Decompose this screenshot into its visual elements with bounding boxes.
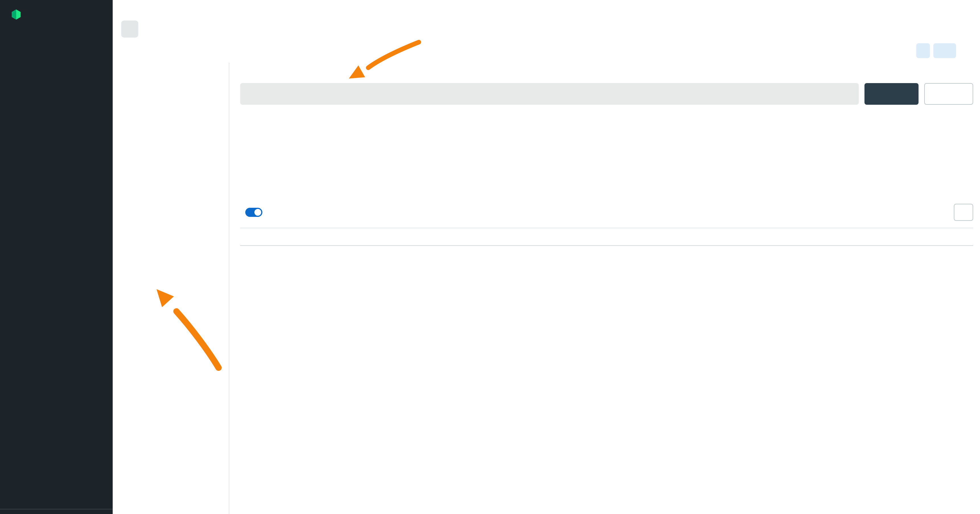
logs-query-input[interactable] xyxy=(240,83,859,105)
expand-logs-control xyxy=(240,208,262,217)
query-logs-button[interactable] xyxy=(864,83,918,105)
main-content xyxy=(229,63,980,514)
logs-table-header xyxy=(240,228,973,246)
time-picker[interactable] xyxy=(933,43,956,58)
time-picker-bar xyxy=(916,43,973,58)
open-in-logs-button[interactable] xyxy=(954,204,973,221)
logs-table xyxy=(240,228,973,246)
query-row xyxy=(240,83,973,105)
global-nav-footer xyxy=(0,509,113,512)
global-sidebar xyxy=(0,0,113,514)
header-utility-icons xyxy=(938,7,971,19)
newrelic-logo[interactable] xyxy=(0,0,113,28)
toggle-knob xyxy=(255,209,261,216)
entity-title-row xyxy=(121,21,169,38)
app-root xyxy=(0,0,980,514)
newrelic-logo-icon xyxy=(10,8,22,21)
logs-chart xyxy=(240,131,973,191)
logs-panel-header xyxy=(240,113,973,126)
nrql-button[interactable] xyxy=(924,83,973,105)
logs-chart-svg xyxy=(240,131,973,191)
expand-logs-toggle[interactable] xyxy=(245,208,262,217)
service-nav xyxy=(113,63,229,514)
entity-avatar xyxy=(121,21,138,38)
entity-header xyxy=(113,0,980,63)
logs-toolbar xyxy=(240,204,973,221)
